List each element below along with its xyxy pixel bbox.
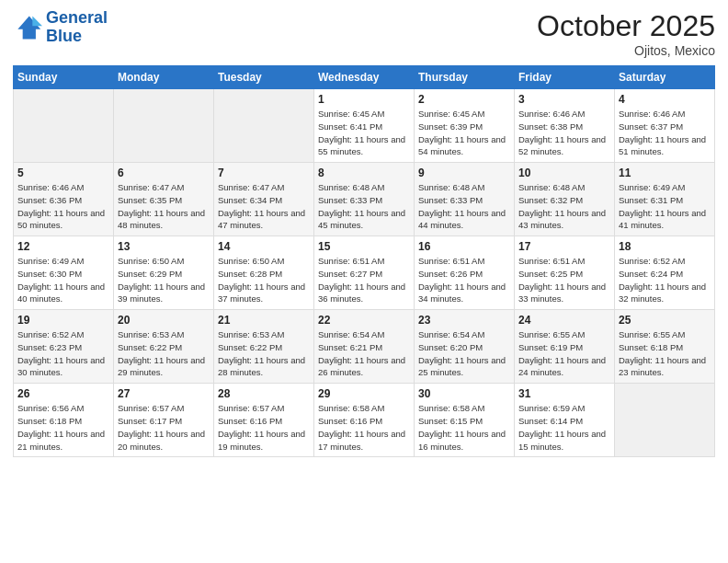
- calendar-week-row: 12Sunrise: 6:49 AM Sunset: 6:30 PM Dayli…: [14, 236, 715, 310]
- calendar-cell: [14, 89, 114, 163]
- day-info: Sunrise: 6:49 AM Sunset: 6:31 PM Dayligh…: [619, 181, 711, 232]
- calendar-cell: 20Sunrise: 6:53 AM Sunset: 6:22 PM Dayli…: [114, 310, 214, 384]
- calendar-cell: 5Sunrise: 6:46 AM Sunset: 6:36 PM Daylig…: [14, 163, 114, 236]
- day-number: 3: [518, 93, 610, 106]
- header: General Blue October 2025 Ojitos, Mexico: [13, 9, 715, 58]
- day-number: 15: [318, 240, 410, 253]
- day-info: Sunrise: 6:54 AM Sunset: 6:21 PM Dayligh…: [318, 328, 410, 379]
- day-info: Sunrise: 6:58 AM Sunset: 6:15 PM Dayligh…: [418, 402, 510, 453]
- title-block: October 2025 Ojitos, Mexico: [537, 9, 715, 58]
- calendar-cell: 19Sunrise: 6:52 AM Sunset: 6:23 PM Dayli…: [14, 310, 114, 384]
- day-number: 1: [318, 93, 410, 106]
- logo-general: General: [46, 8, 108, 27]
- calendar-cell: 25Sunrise: 6:55 AM Sunset: 6:18 PM Dayli…: [615, 310, 715, 384]
- day-number: 2: [418, 93, 510, 106]
- day-info: Sunrise: 6:52 AM Sunset: 6:24 PM Dayligh…: [619, 255, 711, 305]
- day-number: 24: [518, 314, 610, 327]
- calendar-cell: 6Sunrise: 6:47 AM Sunset: 6:35 PM Daylig…: [114, 163, 214, 236]
- logo: General Blue: [13, 9, 108, 46]
- calendar-cell: 9Sunrise: 6:48 AM Sunset: 6:33 PM Daylig…: [415, 163, 515, 236]
- day-info: Sunrise: 6:57 AM Sunset: 6:17 PM Dayligh…: [118, 402, 210, 453]
- calendar-week-row: 5Sunrise: 6:46 AM Sunset: 6:36 PM Daylig…: [14, 163, 715, 236]
- day-number: 13: [118, 240, 210, 253]
- day-number: 18: [619, 240, 711, 253]
- calendar-cell: 21Sunrise: 6:53 AM Sunset: 6:22 PM Dayli…: [214, 310, 314, 384]
- day-info: Sunrise: 6:46 AM Sunset: 6:37 PM Dayligh…: [619, 108, 711, 158]
- day-info: Sunrise: 6:56 AM Sunset: 6:18 PM Dayligh…: [17, 402, 109, 453]
- calendar-cell: [214, 89, 314, 163]
- day-info: Sunrise: 6:48 AM Sunset: 6:33 PM Dayligh…: [318, 181, 410, 232]
- day-number: 26: [17, 387, 109, 400]
- day-number: 22: [318, 314, 410, 327]
- header-day: Thursday: [415, 66, 515, 89]
- day-info: Sunrise: 6:47 AM Sunset: 6:35 PM Dayligh…: [118, 181, 210, 232]
- header-day: Friday: [515, 66, 615, 89]
- day-info: Sunrise: 6:51 AM Sunset: 6:27 PM Dayligh…: [318, 255, 410, 305]
- calendar-cell: 10Sunrise: 6:48 AM Sunset: 6:32 PM Dayli…: [515, 163, 615, 236]
- day-info: Sunrise: 6:51 AM Sunset: 6:25 PM Dayligh…: [518, 255, 610, 305]
- day-number: 4: [619, 93, 711, 106]
- header-day: Sunday: [14, 66, 114, 89]
- calendar-cell: 15Sunrise: 6:51 AM Sunset: 6:27 PM Dayli…: [314, 236, 415, 310]
- location: Ojitos, Mexico: [537, 43, 715, 58]
- day-info: Sunrise: 6:45 AM Sunset: 6:39 PM Dayligh…: [418, 108, 510, 158]
- day-info: Sunrise: 6:48 AM Sunset: 6:32 PM Dayligh…: [518, 181, 610, 232]
- calendar-cell: 8Sunrise: 6:48 AM Sunset: 6:33 PM Daylig…: [314, 163, 415, 236]
- calendar-cell: 3Sunrise: 6:46 AM Sunset: 6:38 PM Daylig…: [515, 89, 615, 163]
- calendar-cell: 14Sunrise: 6:50 AM Sunset: 6:28 PM Dayli…: [214, 236, 314, 310]
- day-info: Sunrise: 6:58 AM Sunset: 6:16 PM Dayligh…: [318, 402, 410, 453]
- day-info: Sunrise: 6:57 AM Sunset: 6:16 PM Dayligh…: [218, 402, 310, 453]
- day-info: Sunrise: 6:53 AM Sunset: 6:22 PM Dayligh…: [218, 328, 310, 379]
- calendar-cell: 17Sunrise: 6:51 AM Sunset: 6:25 PM Dayli…: [515, 236, 615, 310]
- day-info: Sunrise: 6:55 AM Sunset: 6:19 PM Dayligh…: [518, 328, 610, 379]
- day-number: 9: [418, 167, 510, 179]
- header-row: SundayMondayTuesdayWednesdayThursdayFrid…: [14, 66, 715, 89]
- header-day: Wednesday: [314, 66, 415, 89]
- day-info: Sunrise: 6:46 AM Sunset: 6:38 PM Dayligh…: [518, 108, 610, 158]
- calendar-cell: 31Sunrise: 6:59 AM Sunset: 6:14 PM Dayli…: [515, 384, 615, 457]
- day-info: Sunrise: 6:50 AM Sunset: 6:28 PM Dayligh…: [218, 255, 310, 305]
- calendar-cell: 4Sunrise: 6:46 AM Sunset: 6:37 PM Daylig…: [615, 89, 715, 163]
- day-number: 14: [218, 240, 310, 253]
- day-number: 17: [518, 240, 610, 253]
- calendar-cell: 1Sunrise: 6:45 AM Sunset: 6:41 PM Daylig…: [314, 89, 415, 163]
- day-number: 31: [518, 387, 610, 400]
- day-info: Sunrise: 6:46 AM Sunset: 6:36 PM Dayligh…: [17, 181, 109, 232]
- day-info: Sunrise: 6:47 AM Sunset: 6:34 PM Dayligh…: [218, 181, 310, 232]
- calendar-cell: 22Sunrise: 6:54 AM Sunset: 6:21 PM Dayli…: [314, 310, 415, 384]
- day-info: Sunrise: 6:52 AM Sunset: 6:23 PM Dayligh…: [17, 328, 109, 379]
- calendar-cell: 23Sunrise: 6:54 AM Sunset: 6:20 PM Dayli…: [415, 310, 515, 384]
- day-info: Sunrise: 6:50 AM Sunset: 6:29 PM Dayligh…: [118, 255, 210, 305]
- calendar-cell: 30Sunrise: 6:58 AM Sunset: 6:15 PM Dayli…: [415, 384, 515, 457]
- calendar-cell: 29Sunrise: 6:58 AM Sunset: 6:16 PM Dayli…: [314, 384, 415, 457]
- calendar-table: SundayMondayTuesdayWednesdayThursdayFrid…: [13, 65, 715, 457]
- calendar-cell: 18Sunrise: 6:52 AM Sunset: 6:24 PM Dayli…: [615, 236, 715, 310]
- calendar-cell: 28Sunrise: 6:57 AM Sunset: 6:16 PM Dayli…: [214, 384, 314, 457]
- day-info: Sunrise: 6:49 AM Sunset: 6:30 PM Dayligh…: [17, 255, 109, 305]
- day-number: 29: [318, 387, 410, 400]
- day-number: 27: [118, 387, 210, 400]
- day-info: Sunrise: 6:53 AM Sunset: 6:22 PM Dayligh…: [118, 328, 210, 379]
- header-day: Tuesday: [214, 66, 314, 89]
- day-info: Sunrise: 6:59 AM Sunset: 6:14 PM Dayligh…: [518, 402, 610, 453]
- svg-marker-1: [32, 16, 42, 26]
- header-day: Saturday: [615, 66, 715, 89]
- calendar-cell: 13Sunrise: 6:50 AM Sunset: 6:29 PM Dayli…: [114, 236, 214, 310]
- day-info: Sunrise: 6:45 AM Sunset: 6:41 PM Dayligh…: [318, 108, 410, 158]
- day-number: 5: [17, 167, 109, 179]
- day-number: 10: [518, 167, 610, 179]
- day-number: 7: [218, 167, 310, 179]
- day-number: 11: [619, 167, 711, 179]
- day-number: 28: [218, 387, 310, 400]
- logo-icon: [13, 13, 42, 42]
- calendar-cell: 7Sunrise: 6:47 AM Sunset: 6:34 PM Daylig…: [214, 163, 314, 236]
- logo-text: General Blue: [46, 9, 108, 46]
- calendar-cell: [114, 89, 214, 163]
- logo-blue: Blue: [46, 27, 82, 45]
- day-number: 8: [318, 167, 410, 179]
- svg-marker-0: [17, 16, 40, 39]
- day-info: Sunrise: 6:54 AM Sunset: 6:20 PM Dayligh…: [418, 328, 510, 379]
- day-info: Sunrise: 6:51 AM Sunset: 6:26 PM Dayligh…: [418, 255, 510, 305]
- day-number: 23: [418, 314, 510, 327]
- day-number: 6: [118, 167, 210, 179]
